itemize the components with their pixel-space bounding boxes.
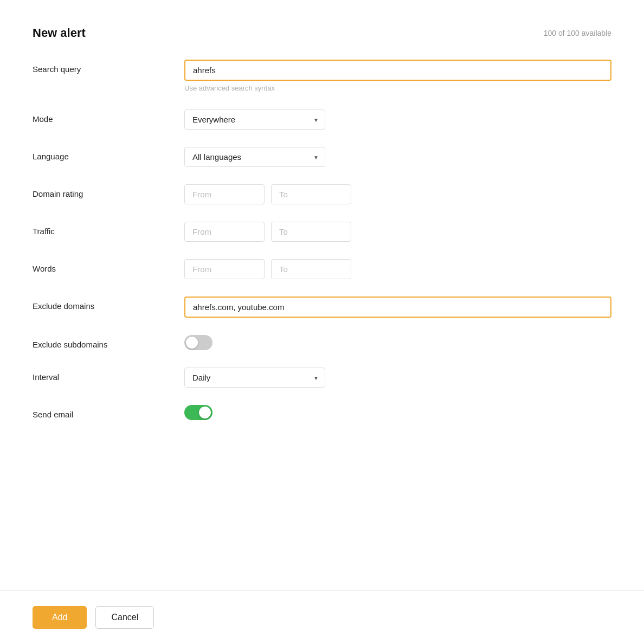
main-content: New alert 100 of 100 available Search qu… [0, 0, 644, 590]
interval-control: Daily Weekly Monthly ▼ [184, 368, 611, 388]
language-row: Language All languages English Spanish F… [33, 147, 611, 167]
exclude-domains-control [184, 297, 611, 318]
header-row: New alert 100 of 100 available [33, 26, 611, 40]
domain-rating-row: Domain rating [33, 184, 611, 204]
search-query-hint: Use advanced search syntax [184, 84, 611, 92]
words-to-input[interactable] [271, 259, 351, 279]
mode-row: Mode Everywhere Title URL Author ▼ [33, 110, 611, 130]
search-query-input[interactable] [184, 60, 611, 81]
exclude-domains-input[interactable] [184, 297, 611, 318]
search-query-label: Search query [33, 60, 184, 74]
exclude-subdomains-control [184, 335, 611, 350]
traffic-range [184, 222, 611, 242]
interval-row: Interval Daily Weekly Monthly ▼ [33, 368, 611, 388]
traffic-control [184, 222, 611, 242]
domain-rating-to-input[interactable] [271, 184, 351, 204]
language-control: All languages English Spanish French Ger… [184, 147, 611, 167]
mode-label: Mode [33, 110, 184, 124]
available-label: 100 of 100 available [544, 29, 611, 37]
domain-rating-from-input[interactable] [184, 184, 265, 204]
language-select[interactable]: All languages English Spanish French Ger… [184, 147, 325, 167]
mode-select[interactable]: Everywhere Title URL Author [184, 110, 325, 130]
exclude-subdomains-row: Exclude subdomains [33, 335, 611, 350]
words-from-input[interactable] [184, 259, 265, 279]
page-container: New alert 100 of 100 available Search qu… [0, 0, 644, 644]
send-email-toggle[interactable] [184, 405, 212, 420]
footer-bar: Add Cancel [0, 590, 644, 644]
exclude-domains-row: Exclude domains [33, 297, 611, 318]
words-range [184, 259, 611, 279]
traffic-row: Traffic [33, 222, 611, 242]
domain-rating-range [184, 184, 611, 204]
traffic-from-input[interactable] [184, 222, 265, 242]
words-control [184, 259, 611, 279]
send-email-control [184, 405, 611, 420]
page-title: New alert [33, 26, 86, 40]
words-row: Words [33, 259, 611, 279]
toggle-thumb-on [199, 407, 211, 418]
search-query-control: Use advanced search syntax [184, 60, 611, 92]
interval-select-wrapper: Daily Weekly Monthly ▼ [184, 368, 325, 388]
domain-rating-label: Domain rating [33, 184, 184, 198]
cancel-button[interactable]: Cancel [95, 606, 154, 629]
language-label: Language [33, 147, 184, 161]
exclude-subdomains-label: Exclude subdomains [33, 335, 184, 349]
mode-select-wrapper: Everywhere Title URL Author ▼ [184, 110, 325, 130]
toggle-thumb-off [186, 337, 198, 349]
add-button[interactable]: Add [33, 606, 87, 629]
language-select-wrapper: All languages English Spanish French Ger… [184, 147, 325, 167]
mode-control: Everywhere Title URL Author ▼ [184, 110, 611, 130]
interval-select[interactable]: Daily Weekly Monthly [184, 368, 325, 388]
send-email-row: Send email [33, 405, 611, 420]
interval-label: Interval [33, 368, 184, 382]
words-label: Words [33, 259, 184, 273]
domain-rating-control [184, 184, 611, 204]
search-query-row: Search query Use advanced search syntax [33, 60, 611, 92]
send-email-label: Send email [33, 405, 184, 419]
exclude-subdomains-toggle[interactable] [184, 335, 212, 350]
traffic-to-input[interactable] [271, 222, 351, 242]
traffic-label: Traffic [33, 222, 184, 236]
exclude-domains-label: Exclude domains [33, 297, 184, 311]
